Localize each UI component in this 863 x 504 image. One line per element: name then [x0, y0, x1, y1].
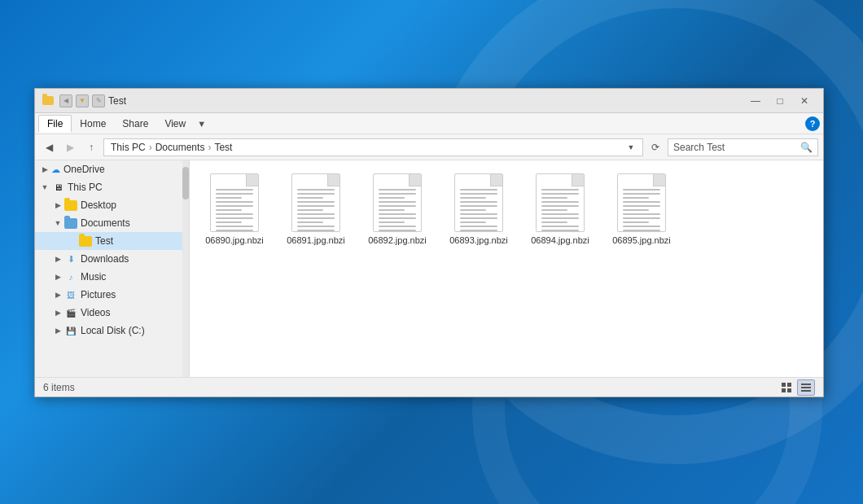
file-name-4: 06894.jpg.nbzi	[531, 235, 589, 245]
sidebar-item-music[interactable]: ▶ ♪ Music	[35, 268, 189, 286]
address-path-bar[interactable]: This PC › Documents › Test ▼	[103, 138, 643, 156]
file-icon-1	[291, 173, 340, 232]
close-button[interactable]: ✕	[792, 89, 817, 113]
menu-tab-share[interactable]: Share	[114, 116, 156, 132]
expand-arrow-videos[interactable]: ▶	[51, 304, 64, 322]
list-view-icon	[800, 382, 812, 393]
up-button[interactable]: ↑	[82, 138, 100, 156]
file-name-3: 06893.jpg.nbzi	[449, 235, 508, 245]
grid-view-button[interactable]	[778, 379, 795, 396]
expand-arrow-onedrive[interactable]: ▶	[38, 160, 51, 178]
cloud-icon: ☁	[51, 164, 60, 175]
item-count: 6 items	[43, 382, 75, 393]
folder-downloads-icon: ⬇	[64, 254, 77, 265]
file-item-5[interactable]: 06895.jpg.nbzi	[605, 169, 678, 250]
menu-bar: File Home Share View ▼ ?	[35, 113, 823, 134]
file-name-2: 06892.jpg.nbzi	[368, 235, 427, 245]
content-area: ▶ ☁ OneDrive ▼ 🖥 This PC ▶ Desktop	[35, 160, 823, 377]
path-item-thispc[interactable]: This PC	[109, 142, 147, 153]
folder-documents-icon	[64, 218, 77, 229]
search-input[interactable]	[673, 142, 800, 153]
address-bar: ◀ ▶ ↑ This PC › Documents › Test ▼ ⟳ 🔍	[35, 134, 823, 160]
path-item-documents[interactable]: Documents	[154, 142, 207, 153]
file-icon-3	[454, 173, 503, 232]
minimize-button[interactable]: —	[743, 89, 768, 113]
list-view-button[interactable]	[797, 379, 815, 396]
svg-rect-1	[787, 383, 791, 387]
quick-access-3[interactable]: ✎	[92, 94, 105, 107]
expand-arrow-pictures[interactable]: ▶	[51, 286, 64, 304]
grid-view-icon	[781, 382, 792, 393]
file-icon-5	[617, 173, 666, 232]
svg-rect-0	[782, 383, 786, 387]
sidebar-item-pictures[interactable]: ▶ 🖼 Pictures	[35, 286, 189, 304]
expand-arrow-localdisk[interactable]: ▶	[51, 322, 64, 340]
back-button[interactable]: ◀	[40, 138, 58, 156]
quick-access-1[interactable]: ◀	[59, 94, 72, 107]
file-item-3[interactable]: 06893.jpg.nbzi	[442, 169, 515, 250]
file-icon-0	[210, 173, 259, 232]
file-name-0: 06890.jpg.nbzi	[205, 235, 264, 245]
sidebar-item-desktop[interactable]: ▶ Desktop	[35, 196, 189, 214]
file-item-4[interactable]: 06894.jpg.nbzi	[523, 169, 597, 250]
title-bar: ◀ ▼ ✎ Test — □ ✕	[35, 89, 823, 113]
sidebar-item-localdisk[interactable]: ▶ 💾 Local Disk (C:)	[35, 322, 189, 340]
path-item-test[interactable]: Test	[212, 142, 234, 153]
sidebar-item-onedrive[interactable]: ▶ ☁ OneDrive	[35, 160, 189, 178]
file-name-5: 06895.jpg.nbzi	[612, 235, 671, 245]
sidebar: ▶ ☁ OneDrive ▼ 🖥 This PC ▶ Desktop	[35, 160, 190, 377]
window-controls: — □ ✕	[743, 89, 817, 113]
refresh-button[interactable]: ⟳	[646, 138, 664, 156]
menu-tab-file[interactable]: File	[38, 115, 72, 133]
file-icon-2	[373, 173, 422, 232]
sidebar-item-downloads[interactable]: ▶ ⬇ Downloads	[35, 250, 189, 268]
sidebar-scrollbar-thumb[interactable]	[182, 167, 189, 199]
explorer-window: ◀ ▼ ✎ Test — □ ✕ File Home Share View	[34, 88, 824, 397]
svg-rect-2	[782, 388, 786, 392]
file-icon-4	[536, 173, 585, 232]
expand-arrow-music[interactable]: ▶	[51, 268, 64, 286]
file-name-1: 06891.jpg.nbzi	[287, 235, 345, 245]
expand-arrow-thispc[interactable]: ▼	[38, 178, 51, 196]
titlebar-extras: ◀ ▼ ✎	[59, 94, 105, 107]
search-box: 🔍	[668, 138, 818, 156]
quick-access-2[interactable]: ▼	[76, 94, 89, 107]
expand-arrow-downloads[interactable]: ▶	[51, 250, 64, 268]
file-item-2[interactable]: 06892.jpg.nbzi	[361, 169, 434, 250]
help-button[interactable]: ?	[805, 116, 820, 131]
files-area: 06890.jpg.nbzi	[190, 160, 823, 377]
expand-arrow-desktop[interactable]: ▶	[51, 196, 64, 214]
menu-chevron-icon[interactable]: ▼	[194, 119, 209, 129]
window-icon	[42, 94, 55, 107]
expand-arrow-documents[interactable]: ▼	[51, 214, 64, 232]
file-item-1[interactable]: 06891.jpg.nbzi	[279, 169, 353, 250]
sidebar-scrollbar-track	[182, 160, 189, 377]
videos-icon: 🎬	[64, 308, 77, 318]
menu-tab-home[interactable]: Home	[72, 116, 114, 132]
folder-test-icon	[79, 236, 92, 247]
sidebar-item-documents[interactable]: ▼ Documents	[35, 214, 189, 232]
sidebar-item-thispc[interactable]: ▼ 🖥 This PC	[35, 178, 189, 196]
sidebar-scroll[interactable]: ▶ ☁ OneDrive ▼ 🖥 This PC ▶ Desktop	[35, 160, 189, 377]
status-bar: 6 items	[35, 377, 823, 397]
computer-icon: 🖥	[51, 182, 64, 193]
search-icon[interactable]: 🔍	[800, 142, 813, 153]
window-title: Test	[105, 95, 743, 107]
svg-rect-4	[801, 383, 811, 385]
sidebar-item-test[interactable]: ▶ Test	[35, 232, 189, 250]
file-item-0[interactable]: 06890.jpg.nbzi	[198, 169, 271, 250]
view-toggle-buttons	[778, 379, 815, 396]
forward-button[interactable]: ▶	[61, 138, 79, 156]
files-grid: 06890.jpg.nbzi	[198, 169, 815, 250]
maximize-button[interactable]: □	[768, 89, 792, 113]
menu-tab-view[interactable]: View	[156, 116, 194, 132]
path-dropdown-icon[interactable]: ▼	[624, 138, 637, 156]
svg-rect-6	[801, 390, 811, 392]
svg-rect-3	[787, 388, 791, 392]
sidebar-item-videos[interactable]: ▶ 🎬 Videos	[35, 304, 189, 322]
music-icon: ♪	[64, 272, 77, 283]
drive-icon: 💾	[64, 326, 77, 336]
svg-rect-5	[801, 387, 811, 388]
folder-desktop-icon	[64, 200, 77, 211]
pictures-icon: 🖼	[64, 290, 77, 300]
